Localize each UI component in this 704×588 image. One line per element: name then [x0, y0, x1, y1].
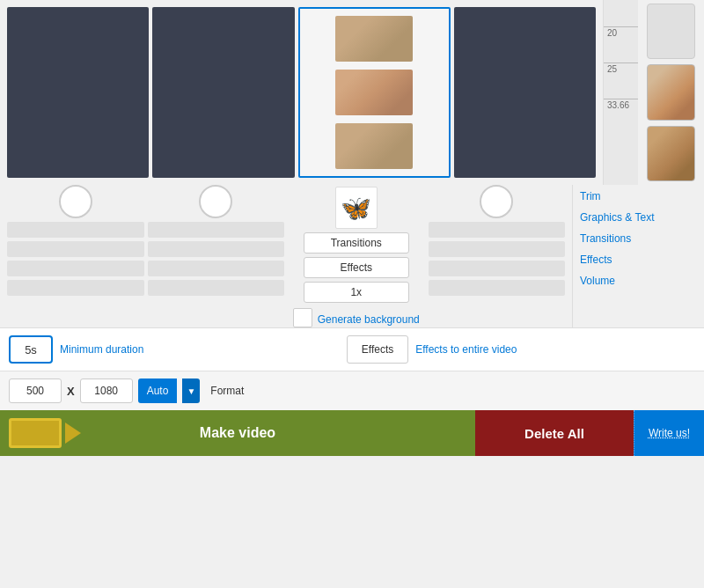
duration-input[interactable] — [9, 335, 53, 364]
width-input[interactable] — [9, 379, 62, 403]
clip-bar-2a — [148, 222, 285, 238]
effects-entire-label: Effects to entire video — [415, 343, 695, 356]
clip-editor-left: 🦋 Transitions Effects 1x Generate backgr… — [0, 185, 572, 327]
arrow-indicator — [9, 418, 81, 448]
video-panel-2[interactable] — [152, 7, 294, 178]
clip-bar-1d — [7, 280, 144, 296]
generate-bg-link[interactable]: Generate background — [318, 313, 420, 326]
speed-button[interactable]: 1x — [304, 282, 409, 303]
clip-bar-1b — [7, 241, 144, 257]
clip-bar-1a — [7, 222, 144, 238]
side-thumb-photo-1 — [647, 64, 695, 120]
size-row: X Auto ▼ Format — [0, 371, 704, 410]
timeline-panels — [0, 0, 603, 185]
side-ruler: 20 25 33.66 — [603, 0, 638, 185]
right-panel-volume[interactable]: Volume — [580, 273, 697, 289]
write-us-button[interactable]: Write us! — [634, 410, 704, 456]
effects-button-bar[interactable]: Effects — [347, 335, 408, 364]
action-row: Make video Delete All Write us! — [0, 410, 704, 456]
right-panel-effects[interactable]: Effects — [580, 252, 697, 268]
right-panel: Trim Graphics & Text Transitions Effects… — [572, 185, 704, 327]
clip-editor-section: 🦋 Transitions Effects 1x Generate backgr… — [0, 185, 704, 327]
arrow-right-icon — [65, 423, 81, 444]
clip-row: 🦋 Transitions Effects 1x Generate backgr… — [0, 185, 572, 327]
film-frame-3 — [335, 123, 413, 169]
right-panel-transitions[interactable]: Transitions — [580, 231, 697, 246]
film-frame-2 — [335, 70, 413, 115]
video-panel-1[interactable] — [7, 7, 149, 178]
video-panel-3[interactable] — [298, 7, 451, 178]
make-video-label: Make video — [200, 425, 275, 441]
video-panel-4[interactable] — [454, 7, 596, 178]
clip-slot-center: 🦋 Transitions Effects 1x Generate backgr… — [288, 185, 425, 327]
side-thumb-blank — [647, 4, 695, 59]
auto-button[interactable]: Auto — [138, 379, 178, 403]
ruler-mark-33: 33.66 — [604, 99, 638, 110]
butterfly-thumbnail: 🦋 — [335, 187, 378, 229]
clip-slot-4 — [429, 185, 566, 296]
clip-bar-4d — [429, 280, 566, 296]
clip-slot-2 — [148, 185, 285, 296]
right-panel-graphics[interactable]: Graphics & Text — [580, 209, 697, 225]
clip-circle-4 — [480, 185, 513, 218]
clip-bar-2b — [148, 241, 285, 257]
bottom-controls: Minimum duration Effects Effects to enti… — [0, 327, 704, 371]
clip-bar-4c — [429, 261, 566, 276]
side-thumbnails — [638, 0, 704, 185]
clip-bar-2c — [148, 261, 285, 276]
clip-bar-2d — [148, 280, 285, 296]
clip-bar-4b — [429, 241, 566, 257]
generate-bg-checkbox[interactable] — [293, 308, 312, 327]
transitions-button[interactable]: Transitions — [304, 232, 409, 254]
clip-circle-1 — [59, 185, 92, 218]
clip-slot-1 — [7, 185, 144, 296]
x-separator: X — [67, 385, 75, 398]
height-input[interactable] — [80, 379, 133, 403]
arrow-box — [9, 418, 62, 448]
make-video-button[interactable]: Make video — [0, 410, 475, 456]
auto-dropdown[interactable]: ▼ — [182, 379, 200, 403]
right-panel-trim[interactable]: Trim — [580, 188, 697, 204]
delete-all-button[interactable]: Delete All — [475, 410, 634, 456]
side-thumb-photo-2 — [647, 126, 695, 181]
film-frame-1 — [335, 16, 413, 62]
clip-bar-4a — [429, 222, 566, 238]
clip-bar-1c — [7, 261, 144, 276]
ruler-mark-25: 25 — [604, 62, 638, 74]
clip-circle-2 — [199, 185, 232, 218]
format-label: Format — [210, 385, 244, 397]
ruler-mark-20: 20 — [604, 26, 638, 38]
video-timeline: i 20 25 33.66 — [0, 0, 704, 185]
effects-button[interactable]: Effects — [304, 257, 409, 278]
min-duration-label: Minimum duration — [60, 343, 340, 356]
